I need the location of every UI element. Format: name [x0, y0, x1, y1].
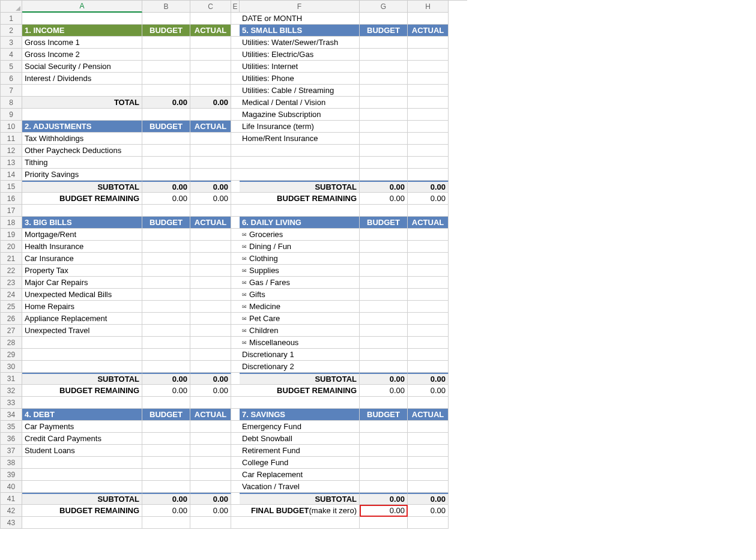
row-header[interactable]: 26 [1, 313, 22, 325]
cell[interactable] [190, 37, 231, 49]
cell[interactable] [408, 349, 449, 361]
cell[interactable] [408, 337, 449, 349]
cell[interactable] [142, 349, 190, 361]
col-header-h[interactable]: H [408, 1, 449, 13]
cell[interactable] [190, 229, 231, 241]
row-header[interactable]: 10 [1, 121, 22, 133]
row-header[interactable]: 37 [1, 445, 22, 457]
cell[interactable] [360, 433, 408, 445]
cell[interactable] [231, 85, 240, 97]
row-header[interactable]: 38 [1, 457, 22, 469]
daily-item[interactable]: ✉Supplies [240, 265, 360, 277]
smallbills-item[interactable]: Utilities: Phone [240, 73, 360, 85]
cell[interactable] [360, 313, 408, 325]
cell[interactable] [360, 469, 408, 481]
row-header[interactable]: 13 [1, 157, 22, 169]
debt-remaining-actual[interactable]: 0.00 [190, 505, 231, 517]
actual-header[interactable]: ACTUAL [408, 25, 449, 37]
cell[interactable] [408, 421, 449, 433]
cell[interactable] [190, 85, 231, 97]
budget-header[interactable]: BUDGET [142, 217, 190, 229]
row-header[interactable]: 31 [1, 373, 22, 385]
budget-remaining-label[interactable]: BUDGET REMAINING [22, 505, 142, 517]
debt-item[interactable]: Car Payments [22, 421, 142, 433]
cell[interactable] [408, 313, 449, 325]
smallbills-item[interactable]: Utilities: Water/Sewer/Trash [240, 37, 360, 49]
final-actual-value[interactable]: 0.00 [408, 505, 449, 517]
savings-subtotal-budget[interactable]: 0.00 [360, 493, 408, 505]
smallbills-remaining-actual[interactable]: 0.00 [408, 193, 449, 205]
cell[interactable] [190, 289, 231, 301]
cell[interactable] [190, 169, 231, 181]
income-item[interactable]: Social Security / Pension [22, 61, 142, 73]
cell[interactable] [231, 313, 240, 325]
cell[interactable] [142, 205, 190, 217]
section-3-title[interactable]: 3. BIG BILLS [22, 217, 142, 229]
cell[interactable] [408, 457, 449, 469]
bigbills-subtotal-actual[interactable]: 0.00 [190, 373, 231, 385]
cell[interactable] [142, 457, 190, 469]
cell[interactable] [360, 361, 408, 373]
row-header[interactable]: 22 [1, 265, 22, 277]
smallbills-item[interactable]: Magazine Subscription [240, 109, 360, 121]
cell[interactable] [190, 205, 231, 217]
cell[interactable] [190, 337, 231, 349]
cell[interactable] [231, 493, 240, 505]
cell[interactable] [22, 13, 142, 25]
debt-item[interactable]: Credit Card Payments [22, 433, 142, 445]
bigbills-item[interactable] [22, 361, 142, 373]
cell[interactable] [360, 109, 408, 121]
cell[interactable] [142, 421, 190, 433]
cell[interactable] [231, 217, 240, 229]
cell[interactable] [360, 133, 408, 145]
row-header[interactable]: 36 [1, 433, 22, 445]
cell[interactable] [408, 241, 449, 253]
cell[interactable] [142, 13, 190, 25]
cell[interactable] [231, 445, 240, 457]
section-7-title[interactable]: 7. SAVINGS [240, 409, 360, 421]
section-5-title[interactable]: 5. SMALL BILLS [240, 25, 360, 37]
cell[interactable] [142, 433, 190, 445]
savings-item[interactable]: Car Replacement [240, 469, 360, 481]
cell[interactable] [142, 169, 190, 181]
budget-header[interactable]: BUDGET [360, 409, 408, 421]
cell[interactable] [231, 13, 240, 25]
income-item[interactable]: Gross Income 2 [22, 49, 142, 61]
cell[interactable] [190, 517, 231, 529]
daily-item[interactable]: ✉Clothing [240, 253, 360, 265]
cell[interactable] [231, 169, 240, 181]
budget-remaining-label[interactable]: BUDGET REMAINING [22, 385, 142, 397]
row-header[interactable]: 1 [1, 13, 22, 25]
daily-item[interactable]: ✉Gifts [240, 289, 360, 301]
cell[interactable] [408, 121, 449, 133]
col-header-a[interactable]: A [22, 1, 142, 13]
smallbills-item[interactable]: Utilities: Electric/Gas [240, 49, 360, 61]
cell[interactable] [360, 97, 408, 109]
cell[interactable] [408, 289, 449, 301]
row-header[interactable]: 29 [1, 349, 22, 361]
adj-subtotal-actual[interactable]: 0.00 [190, 181, 231, 193]
cell[interactable] [142, 133, 190, 145]
row-header[interactable]: 23 [1, 277, 22, 289]
cell[interactable] [231, 61, 240, 73]
cell[interactable] [190, 481, 231, 493]
cell[interactable] [142, 469, 190, 481]
savings-item[interactable]: Retirement Fund [240, 445, 360, 457]
cell[interactable] [190, 433, 231, 445]
cell[interactable] [408, 61, 449, 73]
row-header[interactable]: 43 [1, 517, 22, 529]
cell[interactable] [408, 133, 449, 145]
cell[interactable] [231, 457, 240, 469]
cell[interactable] [142, 229, 190, 241]
row-header[interactable]: 6 [1, 73, 22, 85]
daily-subtotal-budget[interactable]: 0.00 [360, 373, 408, 385]
cell[interactable] [142, 73, 190, 85]
cell[interactable] [408, 517, 449, 529]
cell[interactable] [142, 145, 190, 157]
row-header[interactable]: 41 [1, 493, 22, 505]
cell[interactable] [408, 13, 449, 25]
cell[interactable] [231, 397, 240, 409]
final-budget-label[interactable]: FINAL BUDGET (make it zero) [240, 505, 360, 517]
col-header-b[interactable]: B [142, 1, 190, 13]
row-header[interactable]: 42 [1, 505, 22, 517]
